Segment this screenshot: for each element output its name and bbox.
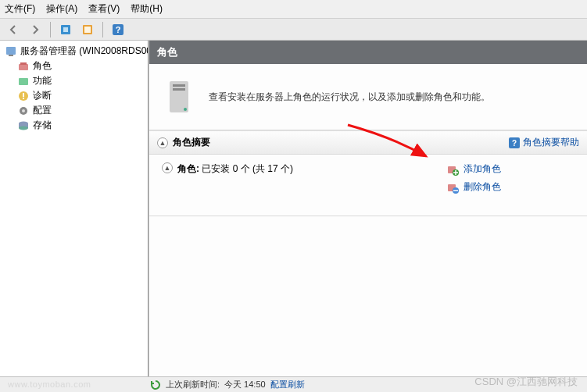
refresh-status-icon (150, 380, 161, 390)
menu-view[interactable]: 查看(V) (88, 2, 120, 16)
toolbar-separator (102, 22, 103, 37)
collapse-icon[interactable]: ▲ (162, 162, 173, 173)
menu-help[interactable]: 帮助(H) (131, 2, 163, 16)
tree-features-label: 功能 (33, 74, 52, 87)
tree-config[interactable]: 配置 (3, 103, 148, 118)
toolbar-separator (50, 22, 51, 37)
server-manager-icon (5, 45, 17, 58)
svg-rect-9 (19, 78, 28, 85)
properties-button[interactable] (79, 21, 96, 38)
storage-icon (17, 119, 30, 132)
menubar: 文件(F) 操作(A) 查看(V) 帮助(H) (0, 0, 587, 19)
collapse-icon[interactable]: ▲ (157, 137, 168, 148)
svg-rect-19 (173, 84, 185, 87)
server-tower-icon (165, 78, 196, 116)
content-pane: 角色 查看安装在服务器上角色的运行状况，以及添加或删除角色和功能。 ▲ 角色摘要… (149, 41, 587, 376)
tree-roles-label: 角色 (33, 59, 52, 73)
add-role-label: 添加角色 (464, 162, 501, 176)
svg-rect-11 (23, 93, 24, 97)
help-icon: ? (509, 137, 520, 148)
roles-label: 角色: (177, 163, 199, 174)
tree-diagnostics-label: 诊断 (33, 89, 52, 102)
tree-storage-label: 存储 (33, 119, 52, 132)
svg-rect-5 (6, 47, 16, 55)
summary-help-label: 角色摘要帮助 (523, 136, 579, 149)
summary-help-link[interactable]: ? 角色摘要帮助 (509, 136, 579, 149)
navigation-tree: 服务器管理器 (WIN2008RDS001) 角色 功能 诊断 配置 (0, 41, 149, 376)
config-icon (17, 105, 30, 117)
section-title: 角色摘要 (173, 136, 504, 149)
tree-root[interactable]: 服务器管理器 (WIN2008RDS001) (3, 44, 148, 59)
toolbar: ? (0, 19, 587, 41)
roles-summary-section: ▲ 角色摘要 ? 角色摘要帮助 ▲ 角色: 已安装 0 个 (共 17 个) (149, 130, 587, 216)
last-refresh-time: 今天 14:50 (224, 379, 266, 390)
svg-rect-8 (20, 62, 27, 65)
config-refresh-link[interactable]: 配置刷新 (270, 379, 305, 390)
remove-role-icon (446, 181, 459, 194)
add-role-link[interactable]: 添加角色 (446, 162, 579, 176)
tree-root-label: 服务器管理器 (WIN2008RDS001) (20, 45, 149, 58)
diagnostics-icon (17, 90, 30, 102)
remove-role-link[interactable]: 删除角色 (446, 180, 579, 194)
section-header: ▲ 角色摘要 ? 角色摘要帮助 (149, 131, 587, 155)
svg-text:?: ? (116, 25, 121, 34)
menu-file[interactable]: 文件(F) (5, 2, 35, 16)
intro-section: 查看安装在服务器上角色的运行状况，以及添加或删除角色和功能。 (149, 64, 587, 130)
roles-icon (17, 60, 30, 73)
menu-action[interactable]: 操作(A) (46, 2, 77, 16)
svg-point-21 (184, 108, 187, 111)
intro-text: 查看安装在服务器上角色的运行状况，以及添加或删除角色和功能。 (209, 91, 490, 104)
remove-role-label: 删除角色 (464, 180, 501, 194)
svg-rect-2 (84, 27, 91, 33)
svg-point-14 (22, 109, 25, 112)
roles-value: 已安装 0 个 (共 17 个) (202, 163, 293, 174)
svg-rect-20 (173, 88, 185, 91)
refresh-button[interactable] (57, 21, 74, 38)
tree-features[interactable]: 功能 (3, 73, 148, 88)
content-header: 角色 (149, 41, 587, 64)
last-refresh-label: 上次刷新时间: (166, 379, 220, 390)
roles-actions: 添加角色 删除角色 (446, 162, 579, 194)
svg-rect-7 (19, 64, 28, 70)
roles-status: ▲ 角色: 已安装 0 个 (共 17 个) (157, 162, 446, 194)
tree-roles[interactable]: 角色 (3, 59, 148, 73)
tree-diagnostics[interactable]: 诊断 (3, 88, 148, 103)
help-button[interactable]: ? (109, 21, 127, 38)
add-role-icon (446, 163, 459, 176)
features-icon (17, 75, 30, 87)
watermark-left: www.toymoban.com (8, 380, 91, 389)
svg-rect-6 (9, 55, 13, 56)
main-area: 服务器管理器 (WIN2008RDS001) 角色 功能 诊断 配置 (0, 41, 587, 376)
tree-storage[interactable]: 存储 (3, 118, 148, 133)
section-body: ▲ 角色: 已安装 0 个 (共 17 个) 添加角色 删除角色 (149, 155, 587, 216)
forward-button[interactable] (27, 21, 44, 38)
watermark-right: CSDN @江西驰网科技 (474, 375, 578, 389)
svg-point-17 (19, 126, 28, 130)
svg-text:?: ? (512, 139, 517, 148)
back-button[interactable] (5, 21, 22, 38)
tree-config-label: 配置 (33, 104, 52, 117)
svg-rect-12 (23, 98, 24, 99)
